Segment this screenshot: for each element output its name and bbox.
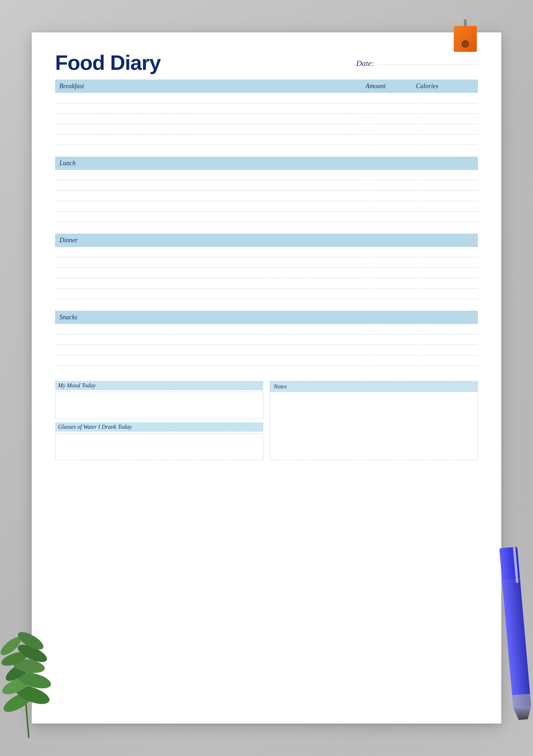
plant-decoration <box>0 623 72 738</box>
breakfast-label: Breakfast <box>59 82 366 90</box>
amount-cell[interactable] <box>370 358 417 366</box>
calories-cell[interactable] <box>420 260 478 268</box>
food-cell[interactable] <box>55 137 367 145</box>
amount-cell[interactable] <box>370 249 417 257</box>
breakfast-header: Breakfast Amount Calories <box>55 80 478 93</box>
table-row <box>55 355 478 366</box>
food-cell[interactable] <box>55 260 367 268</box>
amount-cell[interactable] <box>370 347 417 355</box>
sharpener-decoration <box>454 26 477 58</box>
lunch-header: Lunch <box>55 157 478 170</box>
water-input-area[interactable] <box>55 433 263 460</box>
calories-cell[interactable] <box>420 183 478 191</box>
calories-col-header: Calories <box>416 82 474 90</box>
table-row <box>55 268 478 278</box>
bottom-sections: My Mood Today Glasses of Water I Drank T… <box>55 381 478 460</box>
table-row <box>55 345 478 355</box>
amount-cell[interactable] <box>370 204 417 212</box>
calories-cell[interactable] <box>420 172 478 180</box>
dinner-section: Dinner <box>55 234 478 306</box>
calories-cell[interactable] <box>420 127 478 135</box>
calories-cell[interactable] <box>420 358 478 366</box>
amount-cell[interactable] <box>370 337 417 345</box>
snacks-section: Snacks <box>55 311 478 372</box>
food-cell[interactable] <box>55 249 367 257</box>
calories-cell[interactable] <box>420 347 478 355</box>
mood-section: My Mood Today <box>55 381 263 419</box>
amount-cell[interactable] <box>370 270 417 278</box>
amount-cell[interactable] <box>370 127 417 135</box>
lunch-section: Lunch <box>55 157 478 229</box>
amount-cell[interactable] <box>370 260 417 268</box>
amount-cell[interactable] <box>370 137 417 145</box>
pen-decoration <box>499 547 533 728</box>
calories-cell[interactable] <box>420 337 478 345</box>
calories-cell[interactable] <box>420 270 478 278</box>
notes-label: Notes <box>270 381 478 392</box>
table-row <box>55 124 478 135</box>
water-section: Glasses of Water I Drank Today <box>55 422 263 460</box>
dinner-rows <box>55 247 478 299</box>
calories-cell[interactable] <box>420 249 478 257</box>
calories-cell[interactable] <box>420 106 478 114</box>
food-cell[interactable] <box>55 214 367 222</box>
amount-cell[interactable] <box>370 183 417 191</box>
date-section: Date: <box>356 59 478 68</box>
lunch-rows <box>55 170 478 222</box>
food-cell[interactable] <box>55 291 367 299</box>
bottom-left-col: My Mood Today Glasses of Water I Drank T… <box>55 381 263 460</box>
mood-input-area[interactable] <box>55 392 263 419</box>
food-cell[interactable] <box>55 127 367 135</box>
amount-cell[interactable] <box>370 172 417 180</box>
food-cell[interactable] <box>55 337 367 345</box>
amount-cell[interactable] <box>370 193 417 201</box>
page-header: Food Diary Date: <box>55 52 478 73</box>
calories-cell[interactable] <box>420 116 478 124</box>
food-cell[interactable] <box>55 358 367 366</box>
notes-input-area[interactable] <box>270 392 478 460</box>
food-cell[interactable] <box>55 183 367 191</box>
calories-cell[interactable] <box>420 214 478 222</box>
amount-cell[interactable] <box>370 291 417 299</box>
snacks-header: Snacks <box>55 311 478 324</box>
table-row <box>55 135 478 145</box>
calories-cell[interactable] <box>420 281 478 289</box>
calories-cell[interactable] <box>420 204 478 212</box>
paper-document: Food Diary Date: Breakfast Amount Calori… <box>32 32 501 724</box>
food-cell[interactable] <box>55 204 367 212</box>
amount-cell[interactable] <box>370 106 417 114</box>
date-line <box>377 64 478 64</box>
food-cell[interactable] <box>55 281 367 289</box>
water-label: Glasses of Water I Drank Today <box>55 422 263 432</box>
food-cell[interactable] <box>55 172 367 180</box>
calories-cell[interactable] <box>420 327 478 334</box>
table-row <box>55 289 478 299</box>
page-title: Food Diary <box>55 52 161 73</box>
amount-cell[interactable] <box>370 214 417 222</box>
food-cell[interactable] <box>55 95 367 103</box>
table-row <box>55 278 478 289</box>
table-row <box>55 212 478 222</box>
breakfast-rows <box>55 93 478 145</box>
amount-cell[interactable] <box>370 95 417 103</box>
table-row <box>55 334 478 345</box>
calories-cell[interactable] <box>420 193 478 201</box>
date-label: Date: <box>356 59 374 68</box>
food-cell[interactable] <box>55 193 367 201</box>
calories-cell[interactable] <box>420 291 478 299</box>
calories-cell[interactable] <box>420 137 478 145</box>
amount-cell[interactable] <box>370 116 417 124</box>
table-row <box>55 324 478 334</box>
food-cell[interactable] <box>55 270 367 278</box>
food-cell[interactable] <box>55 327 367 334</box>
calories-cell[interactable] <box>420 95 478 103</box>
dinner-header: Dinner <box>55 234 478 247</box>
food-cell[interactable] <box>55 106 367 114</box>
amount-cell[interactable] <box>370 281 417 289</box>
table-row <box>55 257 478 268</box>
table-row <box>55 180 478 191</box>
food-cell[interactable] <box>55 116 367 124</box>
table-row <box>55 114 478 124</box>
amount-cell[interactable] <box>370 327 417 334</box>
food-cell[interactable] <box>55 347 367 355</box>
